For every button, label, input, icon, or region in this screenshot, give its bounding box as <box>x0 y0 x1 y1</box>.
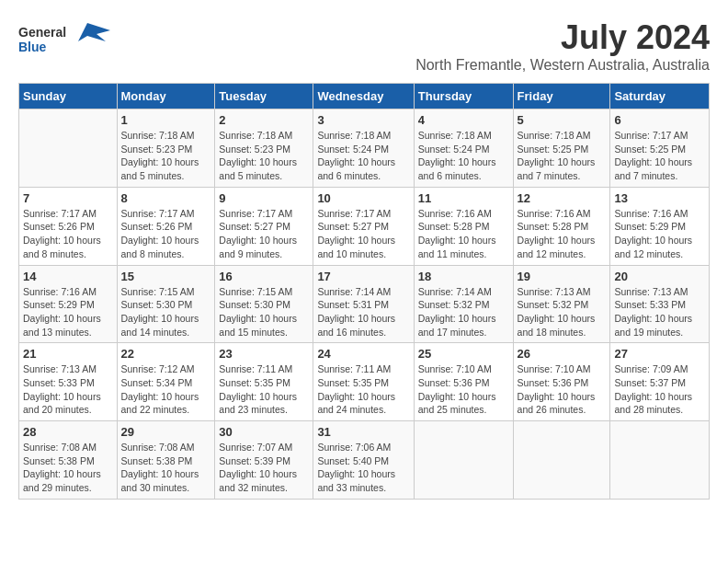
day-number: 26 <box>518 347 607 361</box>
day-info: Sunrise: 7:17 AM Sunset: 5:26 PM Dayligh… <box>23 207 113 261</box>
day-info: Sunrise: 7:11 AM Sunset: 5:35 PM Dayligh… <box>219 362 309 417</box>
subtitle: North Fremantle, Western Australia, Aust… <box>415 57 710 74</box>
cell-week2-day5: 12Sunrise: 7:16 AM Sunset: 5:28 PM Dayli… <box>513 187 610 265</box>
day-number: 20 <box>614 270 705 283</box>
day-info: Sunrise: 7:14 AM Sunset: 5:32 PM Dayligh… <box>418 285 509 339</box>
cell-week4-day2: 23Sunrise: 7:11 AM Sunset: 5:35 PM Dayli… <box>215 343 313 421</box>
day-number: 13 <box>614 191 705 205</box>
cell-week5-day1: 29Sunrise: 7:08 AM Sunset: 5:38 PM Dayli… <box>117 421 215 500</box>
cell-week3-day0: 14Sunrise: 7:16 AM Sunset: 5:29 PM Dayli… <box>19 265 118 343</box>
day-info: Sunrise: 7:15 AM Sunset: 5:30 PM Dayligh… <box>121 285 211 339</box>
cell-week3-day6: 20Sunrise: 7:13 AM Sunset: 5:33 PM Dayli… <box>610 265 710 343</box>
title-section: July 2024 North Fremantle, Western Austr… <box>415 18 710 74</box>
header-saturday: Saturday <box>610 84 710 109</box>
cell-week5-day0: 28Sunrise: 7:08 AM Sunset: 5:38 PM Dayli… <box>19 421 118 500</box>
day-info: Sunrise: 7:16 AM Sunset: 5:28 PM Dayligh… <box>418 207 509 261</box>
cell-week5-day6 <box>610 421 710 500</box>
day-number: 18 <box>418 270 509 283</box>
day-info: Sunrise: 7:16 AM Sunset: 5:28 PM Dayligh… <box>518 207 607 261</box>
day-number: 8 <box>121 191 211 205</box>
day-number: 7 <box>23 191 113 205</box>
day-info: Sunrise: 7:18 AM Sunset: 5:25 PM Dayligh… <box>518 129 607 183</box>
page-header: General Blue July 2024 North Fremantle, … <box>18 18 710 74</box>
header-sunday: Sunday <box>19 84 118 109</box>
day-info: Sunrise: 7:15 AM Sunset: 5:30 PM Dayligh… <box>219 285 309 339</box>
cell-week1-day5: 5Sunrise: 7:18 AM Sunset: 5:25 PM Daylig… <box>513 109 610 188</box>
cell-week1-day2: 2Sunrise: 7:18 AM Sunset: 5:23 PM Daylig… <box>215 109 313 188</box>
logo-svg: General Blue <box>18 18 119 60</box>
day-number: 12 <box>518 191 607 205</box>
day-number: 16 <box>219 270 309 283</box>
svg-marker-2 <box>78 23 110 41</box>
cell-week3-day3: 17Sunrise: 7:14 AM Sunset: 5:31 PM Dayli… <box>313 265 414 343</box>
day-number: 27 <box>614 347 705 361</box>
day-info: Sunrise: 7:13 AM Sunset: 5:33 PM Dayligh… <box>23 362 113 417</box>
header-wednesday: Wednesday <box>313 84 414 109</box>
cell-week5-day3: 31Sunrise: 7:06 AM Sunset: 5:40 PM Dayli… <box>313 421 414 500</box>
day-number: 1 <box>121 113 211 127</box>
cell-week3-day1: 15Sunrise: 7:15 AM Sunset: 5:30 PM Dayli… <box>117 265 215 343</box>
day-info: Sunrise: 7:08 AM Sunset: 5:38 PM Dayligh… <box>121 441 211 495</box>
week-row-5: 28Sunrise: 7:08 AM Sunset: 5:38 PM Dayli… <box>19 421 710 500</box>
week-row-3: 14Sunrise: 7:16 AM Sunset: 5:29 PM Dayli… <box>19 265 710 343</box>
cell-week3-day4: 18Sunrise: 7:14 AM Sunset: 5:32 PM Dayli… <box>414 265 513 343</box>
day-number: 31 <box>317 425 409 439</box>
day-info: Sunrise: 7:17 AM Sunset: 5:27 PM Dayligh… <box>219 207 309 261</box>
cell-week1-day4: 4Sunrise: 7:18 AM Sunset: 5:24 PM Daylig… <box>414 109 513 188</box>
cell-week2-day6: 13Sunrise: 7:16 AM Sunset: 5:29 PM Dayli… <box>610 187 710 265</box>
header-row: Sunday Monday Tuesday Wednesday Thursday… <box>19 84 710 109</box>
cell-week5-day4 <box>414 421 513 500</box>
day-number: 3 <box>317 113 409 127</box>
cell-week4-day5: 26Sunrise: 7:10 AM Sunset: 5:36 PM Dayli… <box>513 343 610 421</box>
week-row-2: 7Sunrise: 7:17 AM Sunset: 5:26 PM Daylig… <box>19 187 710 265</box>
cell-week5-day5 <box>513 421 610 500</box>
cell-week5-day2: 30Sunrise: 7:07 AM Sunset: 5:39 PM Dayli… <box>215 421 313 500</box>
cell-week4-day0: 21Sunrise: 7:13 AM Sunset: 5:33 PM Dayli… <box>19 343 118 421</box>
day-info: Sunrise: 7:07 AM Sunset: 5:39 PM Dayligh… <box>219 441 309 495</box>
day-info: Sunrise: 7:16 AM Sunset: 5:29 PM Dayligh… <box>614 207 705 261</box>
header-tuesday: Tuesday <box>215 84 313 109</box>
day-number: 9 <box>219 191 309 205</box>
day-number: 21 <box>23 347 113 361</box>
cell-week2-day1: 8Sunrise: 7:17 AM Sunset: 5:26 PM Daylig… <box>117 187 215 265</box>
day-info: Sunrise: 7:18 AM Sunset: 5:24 PM Dayligh… <box>317 129 409 183</box>
day-number: 30 <box>219 425 309 439</box>
day-info: Sunrise: 7:18 AM Sunset: 5:24 PM Dayligh… <box>418 129 509 183</box>
logo: General Blue <box>18 18 119 60</box>
day-number: 4 <box>418 113 509 127</box>
week-row-1: 1Sunrise: 7:18 AM Sunset: 5:23 PM Daylig… <box>19 109 710 188</box>
day-info: Sunrise: 7:09 AM Sunset: 5:37 PM Dayligh… <box>614 362 705 417</box>
cell-week1-day6: 6Sunrise: 7:17 AM Sunset: 5:25 PM Daylig… <box>610 109 710 188</box>
svg-text:Blue: Blue <box>18 40 47 54</box>
cell-week1-day3: 3Sunrise: 7:18 AM Sunset: 5:24 PM Daylig… <box>313 109 414 188</box>
day-number: 17 <box>317 270 409 283</box>
header-friday: Friday <box>513 84 610 109</box>
cell-week1-day1: 1Sunrise: 7:18 AM Sunset: 5:23 PM Daylig… <box>117 109 215 188</box>
cell-week4-day3: 24Sunrise: 7:11 AM Sunset: 5:35 PM Dayli… <box>313 343 414 421</box>
cell-week2-day0: 7Sunrise: 7:17 AM Sunset: 5:26 PM Daylig… <box>19 187 118 265</box>
cell-week3-day2: 16Sunrise: 7:15 AM Sunset: 5:30 PM Dayli… <box>215 265 313 343</box>
calendar-header: Sunday Monday Tuesday Wednesday Thursday… <box>19 84 710 109</box>
day-number: 10 <box>317 191 409 205</box>
cell-week4-day6: 27Sunrise: 7:09 AM Sunset: 5:37 PM Dayli… <box>610 343 710 421</box>
day-info: Sunrise: 7:13 AM Sunset: 5:33 PM Dayligh… <box>614 285 705 339</box>
day-number: 25 <box>418 347 509 361</box>
day-number: 5 <box>518 113 607 127</box>
cell-week2-day3: 10Sunrise: 7:17 AM Sunset: 5:27 PM Dayli… <box>313 187 414 265</box>
day-info: Sunrise: 7:16 AM Sunset: 5:29 PM Dayligh… <box>23 285 113 339</box>
cell-week4-day1: 22Sunrise: 7:12 AM Sunset: 5:34 PM Dayli… <box>117 343 215 421</box>
day-info: Sunrise: 7:06 AM Sunset: 5:40 PM Dayligh… <box>317 441 409 495</box>
day-number: 19 <box>518 270 607 283</box>
day-info: Sunrise: 7:10 AM Sunset: 5:36 PM Dayligh… <box>518 362 607 417</box>
day-number: 2 <box>219 113 309 127</box>
day-info: Sunrise: 7:18 AM Sunset: 5:23 PM Dayligh… <box>121 129 211 183</box>
day-info: Sunrise: 7:12 AM Sunset: 5:34 PM Dayligh… <box>121 362 211 417</box>
day-info: Sunrise: 7:13 AM Sunset: 5:32 PM Dayligh… <box>518 285 607 339</box>
header-monday: Monday <box>117 84 215 109</box>
day-number: 6 <box>614 113 705 127</box>
day-info: Sunrise: 7:17 AM Sunset: 5:27 PM Dayligh… <box>317 207 409 261</box>
day-info: Sunrise: 7:17 AM Sunset: 5:26 PM Dayligh… <box>121 207 211 261</box>
day-info: Sunrise: 7:08 AM Sunset: 5:38 PM Dayligh… <box>23 441 113 495</box>
cell-week3-day5: 19Sunrise: 7:13 AM Sunset: 5:32 PM Dayli… <box>513 265 610 343</box>
cell-week2-day2: 9Sunrise: 7:17 AM Sunset: 5:27 PM Daylig… <box>215 187 313 265</box>
